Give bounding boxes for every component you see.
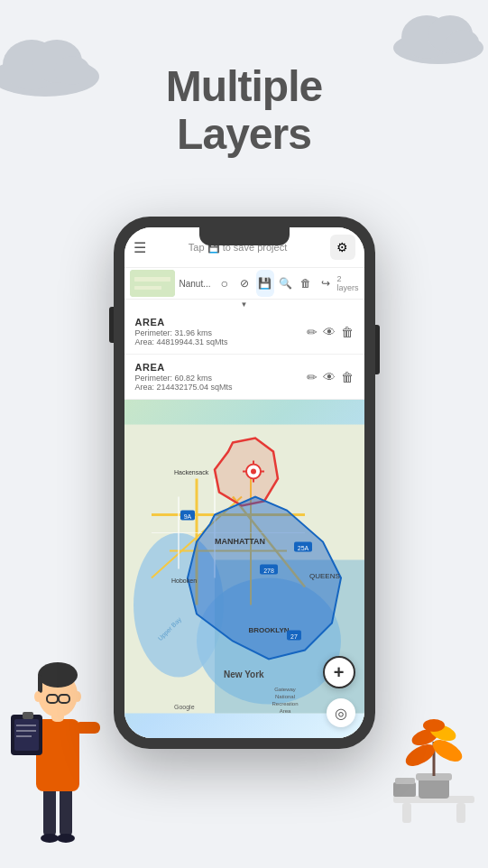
add-icon: + (334, 662, 345, 683)
svg-text:25A: 25A (297, 545, 308, 551)
area-perimeter-1: Perimeter: 31.96 kms (135, 328, 307, 337)
title-section: Multiple Layers (0, 63, 488, 159)
svg-rect-8 (43, 787, 56, 836)
area-item-2: AREA Perimeter: 60.82 kms Area: 21443217… (124, 355, 364, 400)
svg-text:Gateway: Gateway (274, 687, 296, 692)
trash-btn-1[interactable]: 🗑 (341, 325, 354, 339)
area-title-1: AREA (135, 317, 307, 328)
svg-text:QUEENS: QUEENS (309, 572, 340, 580)
area-size-1: Area: 44819944.31 sqMts (135, 337, 307, 346)
svg-text:27: 27 (290, 633, 298, 640)
svg-point-40 (423, 719, 445, 732)
dropdown-indicator[interactable]: ▼ (124, 300, 364, 309)
settings-button[interactable]: ⚙ (330, 235, 355, 260)
svg-text:New York: New York (224, 669, 264, 679)
svg-point-11 (57, 834, 75, 843)
phone-notch (199, 227, 290, 245)
svg-rect-43 (130, 270, 175, 297)
area-info-1: AREA Perimeter: 31.96 kms Area: 44819944… (135, 317, 307, 346)
fab-add-button[interactable]: + (323, 656, 355, 688)
svg-text:Hoboken: Hoboken (171, 577, 197, 584)
svg-rect-42 (395, 778, 415, 784)
location-icon: ◎ (335, 705, 347, 722)
delete-btn[interactable]: 🗑 (296, 270, 314, 297)
map-svg: MANHATTAN BROOKLYN QUEENS Hoboken Hacken… (124, 400, 364, 738)
fab-location-button[interactable]: ◎ (327, 698, 355, 727)
svg-text:Google: Google (174, 704, 195, 711)
svg-rect-17 (23, 712, 33, 719)
area-perimeter-2: Perimeter: 60.82 kms (135, 374, 307, 383)
map-container[interactable]: MANHATTAN BROOKLYN QUEENS Hoboken Hacken… (124, 400, 364, 738)
svg-point-28 (34, 691, 41, 702)
edit-btn-2[interactable]: ✏ (307, 370, 318, 384)
person-illustration (0, 615, 117, 850)
area-info-2: AREA Perimeter: 60.82 kms Area: 21443217… (135, 362, 307, 392)
search-btn[interactable]: 🔍 (276, 270, 294, 297)
eye-btn-2[interactable]: 👁 (323, 370, 336, 384)
map-label-nanuet: Nanut... (177, 279, 214, 289)
map-toolbar-row: Nanut... ○ ⊘ 💾 🔍 🗑 ↪ 2 layers (124, 268, 364, 300)
cloud-right (389, 5, 488, 68)
svg-point-10 (41, 834, 59, 843)
map-thumbnail[interactable] (130, 270, 175, 297)
plant-illustration (393, 697, 474, 823)
svg-text:BROOKLYN: BROOKLYN (248, 626, 289, 634)
circle-tool-btn[interactable]: ○ (216, 270, 234, 297)
svg-rect-24 (38, 675, 42, 693)
save-btn[interactable]: 💾 (256, 270, 274, 297)
eye-btn-1[interactable]: 👁 (323, 325, 336, 339)
svg-rect-12 (36, 719, 79, 791)
no-gps-btn[interactable]: ⊘ (235, 270, 253, 297)
svg-rect-31 (402, 803, 411, 823)
area-actions-1: ✏ 👁 🗑 (307, 325, 354, 339)
svg-rect-45 (134, 286, 161, 290)
area-actions-2: ✏ 👁 🗑 (307, 370, 354, 384)
svg-text:278: 278 (263, 568, 274, 574)
redo-btn[interactable]: ↪ (317, 270, 335, 297)
svg-text:Recreation: Recreation (272, 701, 298, 706)
svg-rect-9 (60, 787, 72, 836)
layers-badge: 2 layers (336, 274, 358, 292)
svg-point-61 (251, 469, 256, 475)
area-item-1: AREA Perimeter: 31.96 kms Area: 44819944… (124, 309, 364, 355)
svg-rect-41 (393, 782, 416, 797)
hamburger-icon[interactable]: ☰ (134, 239, 146, 256)
trash-btn-2[interactable]: 🗑 (341, 370, 354, 384)
svg-text:9A: 9A (183, 513, 191, 520)
svg-text:Hackensack: Hackensack (174, 469, 209, 476)
svg-text:National: National (274, 694, 294, 699)
svg-point-7 (447, 30, 479, 55)
svg-rect-44 (134, 277, 170, 282)
svg-point-29 (74, 691, 81, 702)
svg-rect-14 (75, 722, 100, 734)
svg-rect-16 (14, 719, 39, 751)
settings-icon: ⚙ (336, 240, 348, 254)
edit-btn-1[interactable]: ✏ (307, 325, 318, 339)
layers-container: 2 layers (336, 274, 358, 292)
title-line1: Multiple (0, 63, 488, 111)
svg-text:Area: Area (279, 708, 290, 714)
area-size-2: Area: 214432175.04 sqMts (135, 383, 307, 392)
title-line2: Layers (0, 111, 488, 159)
svg-point-23 (38, 662, 78, 688)
area-title-2: AREA (135, 362, 307, 373)
svg-text:MANHATTAN: MANHATTAN (214, 537, 264, 546)
phone-screen: ☰ Tap 💾 to save project ⚙ Nanut... ○ (124, 227, 364, 738)
svg-rect-32 (456, 803, 465, 823)
phone-mockup: ☰ Tap 💾 to save project ⚙ Nanut... ○ (114, 217, 375, 749)
